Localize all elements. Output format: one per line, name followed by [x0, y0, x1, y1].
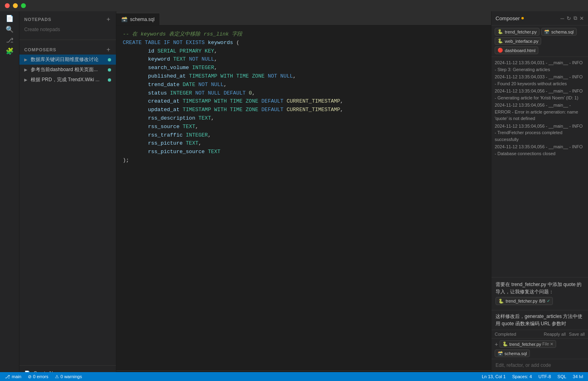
arrow-icon-1: ▶ — [24, 57, 28, 62]
sidebar: NOTEPADS + Create notepads COMPOSERS + ▶… — [19, 11, 116, 381]
file-chip-trend-fetcher[interactable]: 🐍 trend_fetcher.py — [495, 28, 540, 36]
composer-input-area[interactable]: Edit, refactor, or add code — [491, 359, 588, 371]
web-interface-label: web_interface.py — [505, 39, 538, 44]
log-entry-6: 2024-11-12 13:35:04,056 - __main__ - INF… — [495, 143, 585, 157]
file-badge-trend-fetcher[interactable]: 🐍 trend_fetcher.py 8/8 ✓ — [496, 297, 553, 305]
composer-message-1: 需要在 trend_fetcher.py 中添加 quote 的导入，让我修复这… — [491, 278, 588, 311]
close-composer-button[interactable]: ✕ — [580, 15, 584, 21]
trend-fetcher-icon: 🐍 — [498, 29, 503, 34]
badge-label: trend_fetcher.py — [506, 298, 538, 305]
notepads-label: NOTEPADS — [24, 17, 51, 22]
branch-label: main — [12, 374, 21, 379]
status-encoding: UTF-8 — [538, 374, 551, 379]
arrow-icon-3: ▶ — [24, 78, 28, 82]
git-icon[interactable]: ⎇ — [6, 36, 13, 44]
minimize-composer-button[interactable]: ─ — [561, 15, 564, 21]
create-notepads-label: Create notepads — [19, 24, 116, 35]
file-chip-web-interface[interactable]: 🐍 web_interface.py — [495, 37, 541, 45]
tab-label-schema: schema.sql — [130, 17, 155, 22]
editor-tab-bar: 🗃️ schema.sql — [116, 11, 491, 25]
warning-label: 0 warnings — [61, 374, 82, 379]
close-traffic-light[interactable] — [5, 3, 10, 8]
branch-icon: ⎇ — [5, 374, 10, 379]
tab-chip-schema[interactable]: 🗃️ schema.sql — [495, 349, 530, 357]
file-chip-dashboard[interactable]: 🔴 dashboard.html — [495, 46, 538, 54]
code-field-id: id SERIAL PRIMARY KEY, — [123, 47, 485, 56]
status-line-col: Ln 13, Col 1 — [482, 374, 506, 379]
code-field-published-at: published_at TIMESTAMP WITH TIME ZONE NO… — [123, 72, 485, 81]
composer-title: Composer — [496, 15, 524, 21]
code-editor[interactable]: -- 在 keywords 表定义中移除 rss_link 字段 CREATE … — [116, 25, 491, 370]
tab-chip-close-1[interactable]: ✕ — [550, 342, 553, 346]
composer-header: Composer ─ ↻ ⧉ ✕ — [491, 11, 588, 25]
notepads-header: NOTEPADS + — [19, 15, 116, 24]
schema-label: schema.sql — [551, 29, 574, 34]
log-entry-3: 2024-11-12 13:35:04,056 - __main__ - INF… — [495, 88, 585, 101]
refresh-composer-button[interactable]: ↻ — [567, 15, 571, 21]
composer-controls: ─ ↻ ⧉ ✕ — [561, 15, 584, 21]
log-entry-4: 2024-11-12 13:35:04,056 - __main__ - ERR… — [495, 102, 585, 122]
code-end: ); — [123, 156, 485, 165]
composer-message-2: 这样修改后，generate_articles 方法中使用 quote 函数来编… — [491, 310, 588, 330]
add-composer-button[interactable]: + — [106, 46, 111, 53]
status-spaces: Spaces: 4 — [512, 374, 532, 379]
add-file-button[interactable]: + — [495, 341, 498, 347]
composer-3-label: 根据 PRD，完成 TrendX.Wiki ... — [31, 76, 105, 83]
error-icon: ⊘ — [28, 374, 32, 379]
message-2-text: 这样修改后，generate_articles 方法中使用 quote 函数来编… — [496, 314, 582, 326]
status-language: SQL — [557, 374, 566, 379]
tab-chip-label-2: schema.sql — [504, 351, 527, 356]
reapply-all-button[interactable]: Reapply all — [544, 332, 565, 337]
notepads-section: NOTEPADS + Create notepads — [19, 11, 116, 38]
tab-chip-icon-2: 🗃️ — [498, 351, 503, 356]
add-notepad-button[interactable]: + — [106, 16, 111, 23]
editor-area: 🗃️ schema.sql -- 在 keywords 表定义中移除 rss_l… — [116, 11, 491, 381]
save-all-button[interactable]: Save all — [569, 332, 585, 337]
maximize-traffic-light[interactable] — [21, 3, 26, 8]
expand-composer-button[interactable]: ⧉ — [573, 15, 577, 21]
composer-2-label: 参考当前dashboard 相关页面... — [31, 66, 105, 73]
composer-bottom-actions: Reapply all Save all — [544, 332, 585, 337]
code-field-search-volume: search_volume INTEGER, — [123, 64, 485, 72]
code-field-created-at: created_at TIMESTAMP WITH TIME ZONE DEFA… — [123, 97, 485, 106]
message-1-text: 需要在 trend_fetcher.py 中添加 quote 的导入，让我修复这… — [496, 282, 582, 295]
tab-chip-trend-fetcher[interactable]: 🐍 trend_fetcher.py File ✕ — [500, 340, 556, 348]
warning-icon: ⚠ — [55, 374, 59, 379]
explorer-icon[interactable]: 📄 — [6, 15, 14, 22]
log-entry-5: 2024-11-12 13:35:04,056 - __main__ - INF… — [495, 123, 585, 143]
composer-input-placeholder: Edit, refactor, or add code — [496, 362, 551, 368]
composer-tabs: + 🐍 trend_fetcher.py File ✕ 🗃️ schema.sq… — [491, 339, 588, 359]
status-errors: ⊘ 0 errors — [28, 374, 48, 379]
sidebar-divider — [19, 40, 116, 40]
code-field-rss-traffic: rss_traffic INTEGER, — [123, 131, 485, 140]
window-chrome — [0, 0, 588, 11]
code-comment-line: -- 在 keywords 表定义中移除 rss_link 字段 — [123, 30, 485, 39]
error-label: 0 errors — [33, 374, 48, 379]
activity-bar: 📄 🔍 ⎇ 🧩 — [0, 11, 19, 381]
extensions-icon[interactable]: 🧩 — [6, 47, 14, 55]
file-chip-schema[interactable]: 🗃️ schema.sql — [541, 28, 577, 36]
minimize-traffic-light[interactable] — [13, 3, 18, 8]
sidebar-item-composer-1[interactable]: ▶ 数据库关键词日期维度修改讨论 — [19, 55, 116, 65]
arrow-icon-2: ▶ — [24, 67, 28, 72]
editor-tab-schema[interactable]: 🗃️ schema.sql — [116, 13, 160, 25]
sql-file-icon: 🗃️ — [121, 16, 128, 22]
composer-3-dot — [108, 78, 111, 82]
badge-count: 8/8 — [539, 298, 545, 305]
dashboard-icon: 🔴 — [498, 48, 503, 53]
app-status-bar: ⎇ main ⊘ 0 errors ⚠ 0 warnings Ln 13, Co… — [0, 372, 588, 381]
composer-log[interactable]: 2024-11-12 13:35:04,031 - __main__ - INF… — [491, 57, 588, 278]
composer-panel: Composer ─ ↻ ⧉ ✕ 🐍 trend_fetcher.py 🗃️ s… — [491, 11, 588, 381]
composers-label: COMPOSERS — [24, 47, 56, 52]
log-entry-2: 2024-11-12 13:35:04,033 - __main__ - INF… — [495, 74, 585, 87]
sidebar-item-composer-3[interactable]: ▶ 根据 PRD，完成 TrendX.Wiki ... — [19, 75, 116, 85]
sidebar-item-composer-2[interactable]: ▶ 参考当前dashboard 相关页面... — [19, 65, 116, 75]
search-icon[interactable]: 🔍 — [6, 25, 14, 33]
composer-2-dot — [108, 68, 111, 72]
status-level: 34 lvl — [573, 374, 583, 379]
code-field-trend-date: trend_date DATE NOT NULL, — [123, 81, 485, 89]
composer-files: 🐍 trend_fetcher.py 🗃️ schema.sql 🐍 web_i… — [491, 25, 588, 57]
composer-status-label: Completed — [495, 332, 516, 337]
trend-fetcher-label: trend_fetcher.py — [505, 29, 537, 34]
code-field-rss-picture: rss_picture TEXT, — [123, 139, 485, 148]
